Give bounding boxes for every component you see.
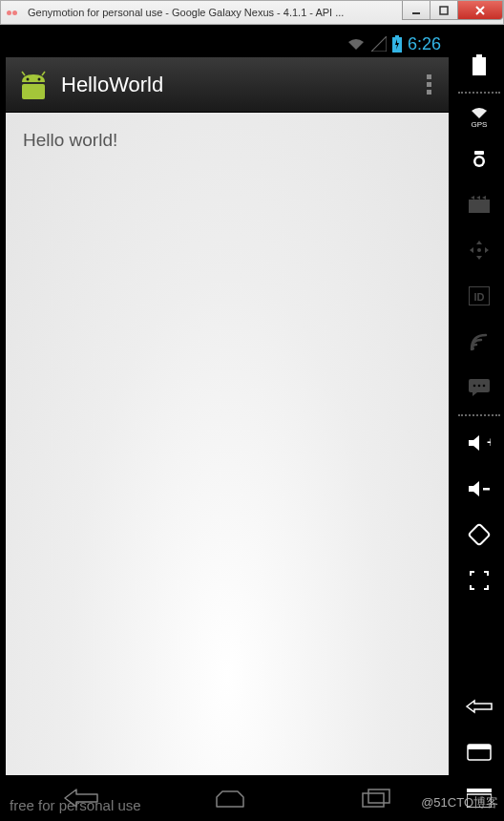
hello-text: Hello world! (23, 130, 431, 151)
svg-rect-9 (363, 793, 384, 807)
svg-point-23 (478, 385, 481, 388)
wifi-icon (346, 36, 366, 52)
svg-rect-0 (412, 12, 420, 14)
svg-text:+: + (487, 433, 491, 450)
fullscreen-button[interactable] (454, 558, 504, 603)
volume-up-button[interactable]: + (454, 420, 504, 466)
app-action-bar: HelloWorld (6, 57, 449, 113)
footer-left-text: free for personal use (10, 797, 141, 813)
svg-rect-10 (368, 789, 389, 803)
svg-rect-26 (483, 488, 490, 491)
screencast-button[interactable] (454, 181, 504, 227)
camera-control-button[interactable] (454, 136, 504, 181)
identifier-button[interactable]: ID (454, 273, 504, 319)
app-title: HelloWorld (61, 73, 419, 97)
android-robot-icon (15, 71, 52, 99)
svg-point-17 (477, 248, 481, 252)
genymotion-app-icon (7, 8, 22, 17)
svg-rect-30 (467, 789, 492, 792)
svg-line-8 (42, 72, 45, 75)
svg-rect-29 (468, 745, 491, 749)
close-button[interactable] (457, 1, 503, 20)
status-clock: 6:26 (408, 34, 441, 54)
svg-point-20 (471, 347, 474, 350)
emulator-sidebar: GPS ID + (454, 25, 504, 821)
app-content: Hello world! (6, 113, 449, 775)
maximize-button[interactable] (430, 1, 458, 20)
battery-charging-icon (392, 35, 402, 53)
svg-line-7 (22, 72, 25, 75)
emulator-frame: 6:26 HelloWorld (0, 25, 504, 821)
svg-rect-11 (476, 54, 482, 57)
battery-control-button[interactable] (454, 42, 504, 88)
recents-nav-button[interactable] (361, 788, 391, 809)
sidebar-separator (458, 92, 500, 94)
rotate-button[interactable] (454, 512, 504, 558)
svg-point-5 (27, 77, 30, 80)
gps-control-button[interactable]: GPS (454, 97, 504, 136)
window-titlebar: Genymotion for personal use - Google Gal… (0, 0, 504, 25)
svg-rect-15 (474, 151, 484, 155)
overflow-menu-button[interactable] (419, 74, 439, 95)
svg-point-22 (473, 385, 476, 388)
svg-point-6 (38, 77, 41, 80)
svg-rect-4 (22, 84, 45, 99)
footer-right-text: @51CTO博客 (421, 794, 498, 811)
svg-point-24 (483, 385, 486, 388)
svg-rect-12 (472, 57, 486, 75)
svg-rect-1 (440, 7, 448, 14)
svg-point-14 (476, 158, 483, 165)
home-nav-button[interactable] (213, 788, 247, 809)
network-button[interactable] (454, 319, 504, 365)
android-status-bar: 6:26 (6, 31, 449, 57)
move-control-button[interactable] (454, 227, 504, 273)
emu-app-switch-button[interactable] (454, 729, 504, 775)
sms-button[interactable] (454, 365, 504, 410)
device-screen: 6:26 HelloWorld (0, 25, 454, 821)
emu-back-button[interactable] (454, 684, 504, 729)
svg-rect-27 (469, 524, 491, 546)
window-controls (403, 1, 503, 24)
minimize-button[interactable] (402, 1, 430, 20)
sidebar-separator (458, 414, 500, 416)
window-title: Genymotion for personal use - Google Gal… (28, 7, 403, 18)
volume-down-button[interactable] (454, 466, 504, 512)
svg-rect-2 (395, 35, 399, 37)
svg-rect-16 (469, 200, 490, 213)
svg-text:ID: ID (474, 291, 485, 303)
cell-signal-icon (371, 36, 387, 52)
